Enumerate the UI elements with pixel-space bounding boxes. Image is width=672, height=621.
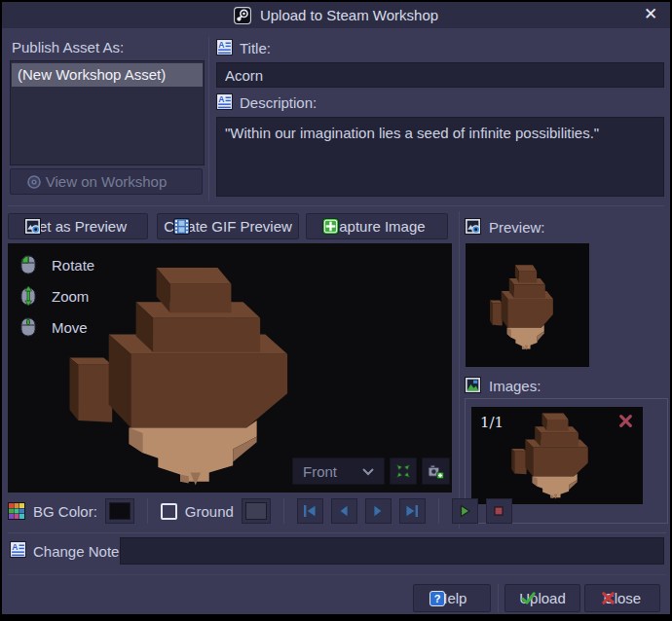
description-input[interactable]: "Within our imagination lies a seed of i… (216, 117, 664, 197)
capture-image-label: Capture Image (328, 218, 425, 235)
fit-view-button[interactable] (390, 457, 417, 485)
ground-checkbox[interactable] (161, 503, 177, 520)
publish-asset-label: Publish Asset As: (12, 39, 124, 55)
camera-view-select[interactable]: Front (292, 457, 385, 485)
eye-icon (26, 174, 42, 190)
title-input[interactable] (216, 62, 664, 88)
close-icon[interactable]: ✕ (641, 5, 660, 24)
text-field-icon: A (216, 39, 233, 55)
close-button[interactable]: Close (584, 584, 660, 612)
image-counter: 1/1 (480, 414, 504, 431)
preview-label: Preview: (489, 219, 545, 236)
help-icon: ? (429, 591, 445, 606)
ground-color-value (245, 502, 267, 520)
description-label: Description: (240, 94, 317, 111)
title-bar: Upload to Steam Workshop ✕ (2, 2, 670, 28)
previous-frame-button[interactable] (331, 498, 357, 524)
divider (208, 37, 209, 201)
set-as-preview-label: Set as Preview (29, 218, 127, 235)
images-icon (465, 377, 481, 393)
palette-icon (8, 502, 25, 520)
delete-image-icon[interactable] (618, 414, 633, 428)
text-field-icon: A (10, 541, 26, 558)
svg-text:?: ? (434, 593, 441, 604)
divider (498, 584, 499, 612)
divider (283, 498, 284, 524)
bg-color-label: BG Color: (33, 503, 97, 520)
next-frame-button[interactable] (365, 498, 392, 524)
divider (147, 498, 148, 524)
compress-arrows-icon (395, 463, 411, 479)
preview-image-icon (465, 218, 481, 235)
x-icon (601, 591, 616, 605)
divider (459, 211, 460, 529)
capture-image-button[interactable]: Capture Image (306, 213, 448, 239)
mouse-scroll-icon (18, 285, 39, 307)
viewport-controls: BG Color: Ground (8, 497, 512, 525)
divider (8, 574, 666, 575)
images-label: Images: (489, 378, 541, 394)
ground-label: Ground (185, 503, 234, 520)
first-frame-button[interactable] (297, 498, 323, 524)
stop-button[interactable] (486, 498, 512, 524)
plus-icon (322, 218, 339, 235)
image-thumbnail[interactable]: 1/1 (471, 407, 643, 504)
change-note-input[interactable] (120, 537, 664, 565)
camera-add-icon (428, 463, 444, 480)
filmstrip-icon (173, 218, 190, 235)
view-on-workshop-label: View on Workshop (46, 173, 168, 190)
upload-button[interactable]: Upload (504, 584, 580, 612)
acorn-thumbnail (510, 409, 600, 501)
window-title: Upload to Steam Workshop (260, 7, 438, 23)
svg-text:A: A (218, 94, 224, 104)
model-viewport[interactable]: Rotate Zoom Move Front (8, 243, 452, 493)
add-camera-button[interactable] (422, 457, 450, 485)
steam-icon (234, 7, 251, 24)
divider (8, 205, 664, 206)
mouse-left-button-icon (18, 254, 39, 275)
play-button[interactable] (452, 498, 478, 524)
acorn-model (66, 257, 321, 491)
acorn-preview (489, 261, 563, 352)
view-on-workshop-button[interactable]: View on Workshop (10, 168, 203, 195)
mouse-middle-button-icon (18, 316, 39, 338)
text-field-icon: A (216, 93, 233, 110)
preview-image (466, 243, 589, 367)
camera-view-value: Front (303, 463, 337, 480)
workshop-asset-list[interactable]: (New Workshop Asset) (10, 60, 205, 165)
upload-dialog: Upload to Steam Workshop ✕ Publish Asset… (2, 2, 670, 614)
preview-image-icon (24, 218, 41, 235)
divider (8, 532, 666, 533)
list-item[interactable]: (New Workshop Asset) (12, 63, 203, 87)
help-button[interactable]: ? Help (413, 584, 491, 612)
create-gif-preview-button[interactable]: Create GIF Preview (157, 213, 299, 239)
divider (438, 498, 439, 524)
ground-color-swatch[interactable] (242, 498, 271, 524)
change-note-label: Change Note: (33, 543, 124, 560)
checkmark-icon (521, 591, 536, 605)
svg-text:A: A (12, 542, 18, 552)
title-label: Title: (240, 40, 271, 56)
set-as-preview-button[interactable]: Set as Preview (8, 213, 148, 239)
svg-text:A: A (218, 40, 224, 50)
bg-color-swatch[interactable] (105, 498, 134, 524)
chevron-down-icon (362, 467, 374, 476)
last-frame-button[interactable] (399, 498, 426, 524)
bg-color-value (109, 502, 131, 520)
